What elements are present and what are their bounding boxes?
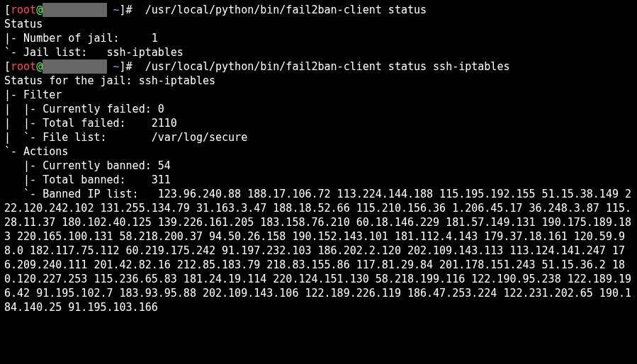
prompt-cwd: ~ bbox=[113, 60, 120, 73]
banned-list-label: `- Banned IP list: bbox=[4, 188, 139, 200]
jail-list-label: `- Jail list: bbox=[4, 46, 87, 59]
prompt-at: @ bbox=[36, 4, 43, 16]
cur-banned-label: |- Currently banned: bbox=[4, 159, 152, 172]
filter-label: |- Filter bbox=[4, 89, 62, 101]
bracket-open: [ bbox=[4, 4, 11, 16]
status-header: Status bbox=[4, 18, 43, 30]
prompt-user: root bbox=[11, 4, 36, 16]
num-jail-label: |- Number of jail: bbox=[4, 32, 120, 45]
bracket-open: [ bbox=[4, 60, 11, 73]
banned-list-value: 123.96.240.88 188.17.106.72 113.224.144.… bbox=[4, 188, 631, 314]
tot-failed-label: | |- Total failed: bbox=[4, 117, 126, 130]
prompt-cwd: ~ bbox=[113, 4, 120, 16]
tot-banned-label: |- Total banned: bbox=[4, 174, 126, 186]
prompt-host-masked bbox=[43, 3, 106, 17]
num-jail-value: 1 bbox=[120, 32, 158, 45]
command-1: /usr/local/python/bin/fail2ban-client st… bbox=[139, 4, 427, 16]
cur-failed-label: | |- Currently failed: bbox=[4, 103, 152, 115]
cur-failed-value: 0 bbox=[152, 103, 164, 115]
prompt-end: ]# bbox=[120, 60, 133, 73]
prompt-end: ]# bbox=[120, 4, 133, 16]
prompt-at: @ bbox=[36, 60, 43, 73]
jail-list-value: ssh-iptables bbox=[87, 46, 183, 59]
actions-label: `- Actions bbox=[4, 145, 68, 158]
tot-failed-value: 2110 bbox=[126, 117, 177, 130]
prompt-line-2[interactable]: [root@ ~]# /usr/local/python/bin/fail2ba… bbox=[4, 60, 509, 73]
command-2: /usr/local/python/bin/fail2ban-client st… bbox=[139, 60, 510, 73]
file-list-label: | `- File list: bbox=[4, 131, 107, 144]
file-list-value: /var/log/secure bbox=[107, 131, 248, 144]
prompt-user: root bbox=[11, 60, 36, 73]
tot-banned-value: 311 bbox=[126, 174, 171, 186]
cur-banned-value: 54 bbox=[152, 159, 171, 172]
jail-status-header: Status for the jail: ssh-iptables bbox=[4, 74, 215, 87]
terminal-output: [root@ ~]# /usr/local/python/bin/fail2ba… bbox=[0, 0, 637, 319]
prompt-line-1[interactable]: [root@ ~]# /usr/local/python/bin/fail2ba… bbox=[4, 4, 427, 16]
prompt-host-masked bbox=[43, 59, 106, 74]
